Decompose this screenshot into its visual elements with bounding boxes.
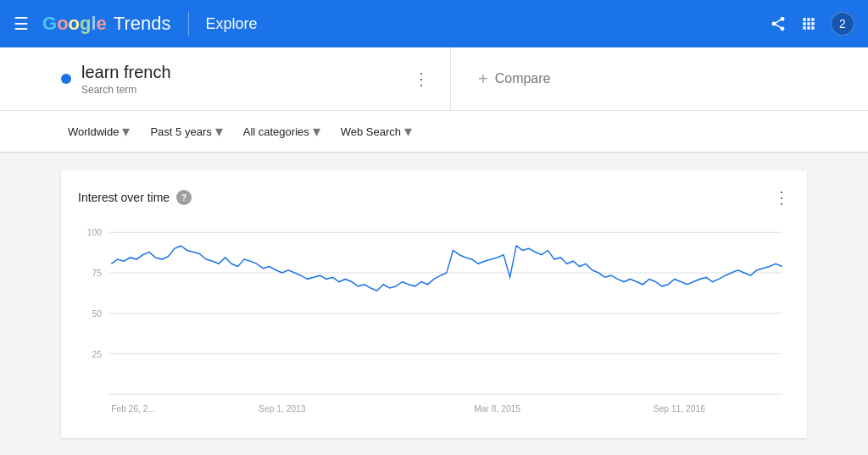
chart-header: Interest over time ? ⋮: [78, 187, 790, 208]
chart-more-icon[interactable]: ⋮: [773, 187, 790, 208]
time-range-filter[interactable]: Past 5 years ▾: [143, 117, 229, 146]
trends-label: Trends: [114, 13, 171, 35]
chart-title-row: Interest over time ?: [78, 190, 192, 205]
explore-label: Explore: [206, 15, 258, 33]
search-term-info: learn french Search term: [81, 63, 399, 96]
svg-text:Mar 8, 2015: Mar 8, 2015: [474, 403, 520, 414]
main-content: Interest over time ? ⋮ 100 75 50 25 Feb …: [0, 153, 868, 455]
search-more-icon[interactable]: ⋮: [409, 65, 433, 92]
category-chevron: ▾: [313, 122, 320, 141]
apps-icon[interactable]: [800, 15, 817, 32]
compare-button[interactable]: + Compare: [451, 47, 578, 110]
category-label: All categories: [243, 125, 309, 138]
svg-text:100: 100: [87, 227, 102, 238]
svg-text:Sep 1, 2013: Sep 1, 2013: [259, 403, 305, 414]
share-icon[interactable]: [770, 15, 787, 32]
time-range-chevron: ▾: [215, 122, 223, 141]
svg-text:Feb 26, 2...: Feb 26, 2...: [111, 403, 155, 414]
trend-chart-svg: 100 75 50 25 Feb 26, 2... Sep 1, 2013 Ma…: [78, 214, 790, 421]
svg-text:75: 75: [92, 268, 102, 279]
logo-text: Google: [42, 13, 107, 35]
search-term-label: Search term: [81, 84, 399, 96]
svg-text:25: 25: [92, 348, 102, 359]
search-dot: [61, 74, 71, 84]
google-trends-logo: Google Trends: [42, 13, 171, 35]
search-area: learn french Search term ⋮ + Compare: [0, 47, 868, 111]
filters-bar: Worldwide ▾ Past 5 years ▾ All categorie…: [0, 111, 868, 153]
app-header: ☰ Google Trends Explore 2: [0, 0, 868, 47]
search-type-filter[interactable]: Web Search ▾: [334, 117, 419, 146]
compare-label: Compare: [495, 71, 551, 86]
svg-text:50: 50: [92, 308, 102, 319]
location-label: Worldwide: [68, 125, 119, 138]
search-term-text[interactable]: learn french: [81, 63, 399, 82]
chart-container: 100 75 50 25 Feb 26, 2... Sep 1, 2013 Ma…: [78, 214, 790, 421]
category-filter[interactable]: All categories ▾: [236, 117, 327, 146]
location-chevron: ▾: [122, 122, 130, 141]
compare-plus-icon: +: [478, 69, 488, 89]
search-term-container: learn french Search term ⋮: [61, 47, 451, 110]
help-icon[interactable]: ?: [176, 190, 192, 205]
user-avatar[interactable]: 2: [831, 12, 854, 36]
search-type-chevron: ▾: [404, 122, 412, 141]
header-divider: [188, 12, 189, 36]
interest-over-time-card: Interest over time ? ⋮ 100 75 50 25 Feb …: [61, 170, 807, 438]
search-type-label: Web Search: [341, 125, 401, 138]
svg-text:Sep 11, 2016: Sep 11, 2016: [654, 403, 705, 414]
header-actions: 2: [770, 12, 854, 36]
menu-icon[interactable]: ☰: [14, 14, 29, 34]
location-filter[interactable]: Worldwide ▾: [61, 117, 136, 146]
time-range-label: Past 5 years: [150, 125, 211, 138]
chart-title: Interest over time: [78, 191, 170, 204]
